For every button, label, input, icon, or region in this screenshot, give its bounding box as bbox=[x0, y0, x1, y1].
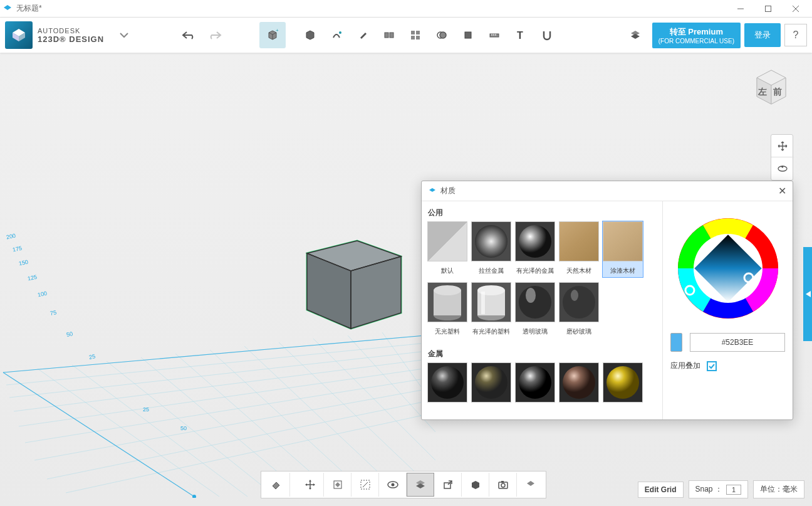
btool-zoom[interactable] bbox=[351, 473, 379, 497]
material-matte-plastic[interactable]: 无光塑料 bbox=[427, 282, 468, 339]
svg-marker-0 bbox=[4, 5, 11, 10]
side-panel-tab[interactable] bbox=[803, 247, 812, 341]
scene-object-cube[interactable] bbox=[301, 228, 407, 335]
color-swatch[interactable] bbox=[670, 333, 682, 352]
svg-point-22 bbox=[440, 32, 446, 38]
color-wheel[interactable] bbox=[675, 215, 781, 322]
pan-tool[interactable] bbox=[771, 135, 794, 157]
svg-rect-15 bbox=[385, 33, 388, 38]
material-shiny-metal[interactable]: 有光泽的金属 bbox=[514, 221, 556, 278]
material-frosted-glass[interactable]: 磨砂玻璃 bbox=[558, 282, 600, 339]
color-hex-input[interactable] bbox=[690, 333, 785, 352]
svg-line-41 bbox=[38, 369, 219, 497]
svg-line-48 bbox=[279, 342, 435, 492]
btool-app[interactable] bbox=[517, 473, 544, 497]
magnet-tool[interactable] bbox=[534, 22, 560, 48]
group-tool[interactable] bbox=[402, 22, 429, 48]
material-default[interactable]: 默认 bbox=[427, 221, 468, 278]
undo-button[interactable] bbox=[175, 22, 202, 48]
main-toolbar: AUTODESK 123D® DESIGN + T 转至 Premium (FO… bbox=[0, 18, 812, 53]
btool-camera[interactable] bbox=[489, 473, 517, 497]
pattern-tool[interactable] bbox=[376, 22, 402, 48]
btool-export[interactable] bbox=[434, 473, 462, 497]
svg-point-54 bbox=[192, 495, 196, 498]
redo-button[interactable] bbox=[202, 22, 228, 48]
material-metal-4[interactable] bbox=[558, 362, 600, 403]
create-tool[interactable] bbox=[323, 22, 350, 48]
material-clear-glass[interactable]: 透明玻璃 bbox=[514, 282, 556, 339]
primitives-tool[interactable]: + bbox=[259, 22, 286, 48]
premium-button[interactable]: 转至 Premium (FOR COMMERCIAL USE) bbox=[652, 23, 741, 48]
btool-fit[interactable] bbox=[324, 473, 351, 497]
login-button[interactable]: 登录 bbox=[744, 23, 781, 47]
snap-tool[interactable] bbox=[455, 22, 481, 48]
sketch-tool[interactable] bbox=[297, 22, 323, 48]
window-titlebar: 无标题* bbox=[0, 0, 812, 18]
svg-line-35 bbox=[19, 367, 432, 426]
app-logo-icon[interactable] bbox=[5, 21, 33, 49]
viewcube-front-label[interactable]: 前 bbox=[773, 87, 782, 98]
svg-rect-18 bbox=[416, 31, 420, 34]
dialog-close-button[interactable]: ✕ bbox=[778, 185, 786, 197]
svg-rect-24 bbox=[490, 34, 499, 37]
svg-line-42 bbox=[72, 365, 247, 497]
viewcube[interactable]: 左 前 bbox=[749, 65, 793, 109]
apply-overlay-checkbox[interactable] bbox=[707, 361, 717, 371]
material-shiny-plastic[interactable]: 有光泽的塑料 bbox=[471, 282, 512, 339]
material-natural-wood[interactable]: 天然木材 bbox=[558, 221, 600, 278]
svg-point-94 bbox=[431, 366, 464, 399]
svg-marker-72 bbox=[806, 291, 811, 297]
text-tool[interactable]: T bbox=[508, 22, 534, 48]
material-metal-3[interactable] bbox=[514, 362, 556, 403]
grid-tick-label: 25 bbox=[143, 406, 149, 413]
btool-erase[interactable] bbox=[263, 473, 290, 497]
main-menu-dropdown[interactable] bbox=[110, 28, 138, 42]
svg-marker-112 bbox=[305, 483, 307, 486]
material-painted-wood[interactable]: 涂漆木材 bbox=[602, 221, 643, 278]
btool-visibility[interactable] bbox=[379, 473, 407, 497]
svg-point-100 bbox=[563, 366, 595, 399]
color-panel: 应用叠加 bbox=[662, 201, 793, 419]
material-metal-5[interactable] bbox=[602, 362, 643, 403]
svg-line-36 bbox=[25, 377, 432, 443]
material-list[interactable]: 公用 默认 拉丝金属 有光泽的金属 bbox=[422, 201, 662, 419]
layers-button[interactable] bbox=[622, 22, 648, 48]
svg-line-34 bbox=[14, 359, 432, 411]
snap-control[interactable]: Snap ： 1 bbox=[689, 480, 748, 498]
svg-marker-13 bbox=[306, 31, 314, 40]
unit-display[interactable]: 单位：毫米 bbox=[753, 480, 804, 498]
dialog-titlebar[interactable]: 材质 ✕ bbox=[422, 181, 793, 201]
svg-point-91 bbox=[563, 286, 595, 319]
window-minimize-button[interactable] bbox=[727, 1, 754, 17]
svg-marker-113 bbox=[313, 483, 315, 486]
combine-tool[interactable] bbox=[429, 22, 455, 48]
orbit-tool[interactable] bbox=[771, 157, 794, 180]
grid-tick-label: 50 bbox=[180, 425, 187, 431]
btool-layers[interactable] bbox=[407, 473, 434, 497]
svg-line-53 bbox=[3, 372, 194, 497]
snap-value[interactable]: 1 bbox=[726, 485, 741, 495]
btool-shade[interactable] bbox=[462, 473, 489, 497]
window-maximize-button[interactable] bbox=[754, 1, 782, 17]
material-brushed-metal[interactable]: 拉丝金属 bbox=[471, 221, 512, 278]
measure-tool[interactable] bbox=[481, 22, 508, 48]
bottom-toolbar bbox=[261, 471, 546, 498]
section-common: 公用 bbox=[427, 204, 657, 221]
btool-move[interactable] bbox=[296, 473, 324, 497]
svg-marker-126 bbox=[527, 481, 534, 486]
material-metal-2[interactable] bbox=[471, 362, 512, 403]
viewcube-left-label[interactable]: 左 bbox=[758, 87, 767, 98]
svg-point-81 bbox=[434, 285, 461, 295]
window-close-button[interactable] bbox=[782, 1, 809, 17]
edit-grid-button[interactable]: Edit Grid bbox=[638, 482, 684, 498]
svg-rect-19 bbox=[411, 36, 415, 40]
svg-rect-17 bbox=[411, 31, 415, 34]
svg-marker-115 bbox=[335, 482, 340, 487]
svg-marker-30 bbox=[631, 34, 640, 39]
modify-tool[interactable] bbox=[350, 22, 376, 48]
svg-point-102 bbox=[606, 366, 639, 399]
section-metal: 金属 bbox=[427, 345, 657, 362]
viewport-canvas[interactable]: 200 175 150 125 100 75 50 25 25 50 bbox=[0, 53, 812, 506]
material-metal-1[interactable] bbox=[427, 362, 468, 403]
help-button[interactable]: ? bbox=[784, 24, 807, 46]
